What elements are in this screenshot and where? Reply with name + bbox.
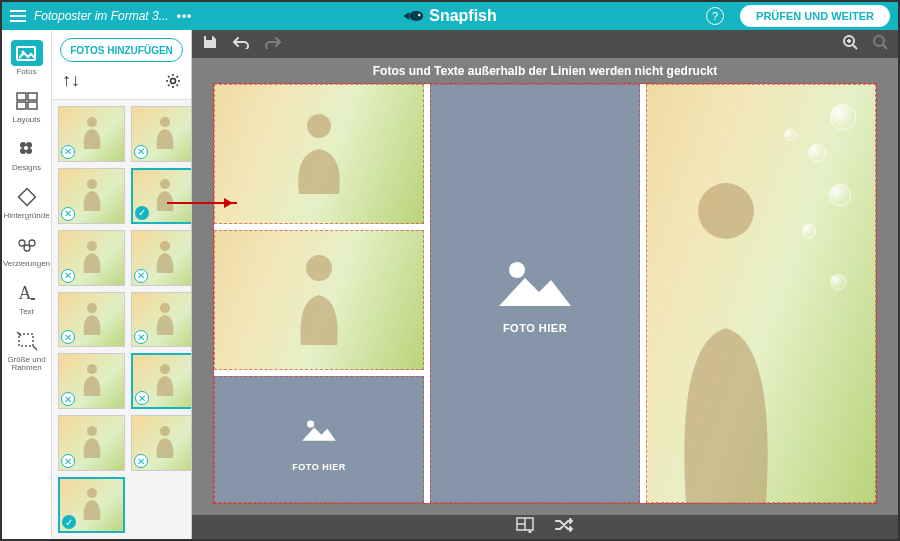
remove-x-icon[interactable]: ✕ — [61, 454, 75, 468]
svg-rect-7 — [17, 102, 26, 109]
rail-item-backgrounds[interactable]: Hintergründe — [2, 178, 51, 226]
svg-point-0 — [409, 11, 423, 21]
photo-thumbnail[interactable]: ✕ — [58, 168, 125, 224]
rail-item-photos[interactable]: Fotos — [2, 34, 51, 82]
rail-item-designs[interactable]: Designs — [2, 130, 51, 178]
photo-slot-3[interactable]: FOTO HIER — [214, 376, 424, 503]
svg-point-13 — [24, 146, 28, 150]
svg-rect-5 — [17, 93, 26, 100]
photo-thumbnail[interactable]: ✕ — [58, 415, 125, 471]
image-stack-icon — [11, 40, 43, 66]
photo-slot-2[interactable] — [214, 230, 424, 370]
svg-rect-14 — [18, 189, 35, 206]
redo-icon — [264, 35, 282, 53]
photo-thumbnail[interactable]: ✕ — [58, 106, 125, 162]
svg-line-24 — [168, 76, 170, 78]
layout-swap-icon[interactable] — [516, 517, 534, 537]
used-check-icon[interactable]: ✓ — [135, 206, 149, 220]
svg-line-27 — [177, 76, 179, 78]
rail-label: Hintergründe — [3, 212, 49, 220]
remove-x-icon[interactable]: ✕ — [61, 207, 75, 221]
rail-label: Designs — [12, 164, 41, 172]
svg-rect-6 — [28, 93, 37, 100]
svg-point-32 — [874, 36, 884, 46]
poster-layout[interactable]: FOTO HIER FOTO HIER — [214, 84, 876, 503]
remove-x-icon[interactable]: ✕ — [61, 269, 75, 283]
svg-line-26 — [168, 84, 170, 86]
sort-button[interactable]: ↑↓ — [62, 70, 80, 91]
photo-thumbnail[interactable]: ✕ — [131, 230, 191, 286]
rail-item-text[interactable]: A Text — [2, 274, 51, 322]
fish-icon — [403, 9, 425, 23]
shuffle-icon[interactable] — [554, 518, 574, 536]
photo-thumbnail[interactable]: ✕ — [131, 292, 191, 348]
svg-line-29 — [853, 45, 857, 49]
photo-thumbnail[interactable]: ✕ — [58, 230, 125, 286]
photo-thumbnail[interactable]: ✕ — [131, 106, 191, 162]
photo-slot-4[interactable]: FOTO HIER — [430, 84, 640, 503]
brand-text: Snapfish — [429, 7, 497, 25]
photo-thumbnail[interactable]: ✕ — [131, 353, 191, 409]
svg-point-15 — [19, 240, 25, 246]
zoom-in-icon[interactable] — [842, 34, 858, 54]
zoom-fit-icon — [872, 34, 888, 54]
svg-point-16 — [29, 240, 35, 246]
brand-logo: Snapfish — [403, 7, 497, 25]
rail-label: Text — [19, 308, 34, 316]
header-bar: Fotoposter im Format 3... ••• Snapfish ?… — [2, 2, 898, 30]
placeholder-label: FOTO HIER — [503, 322, 567, 334]
help-button[interactable]: ? — [706, 7, 724, 25]
canvas-hint: Fotos und Texte außerhalb der Linien wer… — [192, 58, 898, 84]
photo-thumbnail[interactable]: ✕ — [131, 415, 191, 471]
rail-label: Layouts — [12, 116, 40, 124]
rail-item-size[interactable]: Größe und Rahmen — [2, 322, 51, 378]
diamond-icon — [11, 184, 43, 210]
crop-icon — [11, 328, 43, 354]
panel-settings-button[interactable] — [165, 73, 181, 89]
remove-x-icon[interactable]: ✕ — [134, 269, 148, 283]
canvas-bottom-bar — [192, 515, 898, 539]
remove-x-icon[interactable]: ✕ — [134, 454, 148, 468]
svg-point-34 — [307, 420, 314, 427]
svg-point-2 — [418, 14, 420, 16]
svg-point-35 — [509, 262, 525, 278]
remove-x-icon[interactable]: ✕ — [134, 145, 148, 159]
rail-label: Fotos — [16, 68, 36, 76]
remove-x-icon[interactable]: ✕ — [135, 391, 149, 405]
remove-x-icon[interactable]: ✕ — [61, 145, 75, 159]
rail-item-embellish[interactable]: Verzierungen — [2, 226, 51, 274]
image-placeholder-icon — [301, 416, 337, 442]
svg-marker-1 — [403, 12, 409, 20]
left-rail: Fotos Layouts Designs Hintergründe Verzi… — [2, 30, 52, 539]
layout-grid-icon — [11, 88, 43, 114]
svg-point-17 — [24, 245, 30, 251]
remove-x-icon[interactable]: ✕ — [61, 392, 75, 406]
photo-thumbnail[interactable]: ✓ — [58, 477, 125, 533]
menu-button[interactable] — [10, 10, 26, 22]
ornament-icon — [11, 232, 43, 258]
photos-panel: FOTOS HINZUFÜGEN ↑↓ ✕✕✕✓✕✕✕✕✕✕✕✕✓ — [52, 30, 192, 539]
photo-thumbnail[interactable]: ✕ — [58, 292, 125, 348]
photo-thumbnail[interactable]: ✓ — [131, 168, 191, 224]
document-menu-button[interactable]: ••• — [177, 9, 193, 23]
photo-slot-1[interactable] — [214, 84, 424, 224]
placeholder-label: FOTO HIER — [292, 462, 345, 472]
svg-line-33 — [883, 45, 887, 49]
remove-x-icon[interactable]: ✕ — [134, 330, 148, 344]
photo-thumbnail[interactable]: ✕ — [58, 353, 125, 409]
undo-icon[interactable] — [232, 35, 250, 53]
proceed-button[interactable]: PRÜFEN UND WEITER — [740, 5, 890, 27]
thumbnail-grid: ✕✕✕✓✕✕✕✕✕✕✕✕✓ — [52, 100, 191, 539]
save-icon[interactable] — [202, 34, 218, 54]
rail-label: Größe und Rahmen — [3, 356, 51, 372]
canvas-area: Fotos und Texte außerhalb der Linien wer… — [192, 30, 898, 539]
document-title[interactable]: Fotoposter im Format 3... — [34, 9, 169, 23]
photo-slot-5[interactable] — [646, 84, 876, 503]
rail-item-layouts[interactable]: Layouts — [2, 82, 51, 130]
text-icon: A — [11, 280, 43, 306]
rail-label: Verzierungen — [3, 260, 50, 268]
used-check-icon[interactable]: ✓ — [62, 515, 76, 529]
remove-x-icon[interactable]: ✕ — [61, 330, 75, 344]
svg-point-19 — [171, 78, 176, 83]
add-photos-button[interactable]: FOTOS HINZUFÜGEN — [60, 38, 183, 62]
